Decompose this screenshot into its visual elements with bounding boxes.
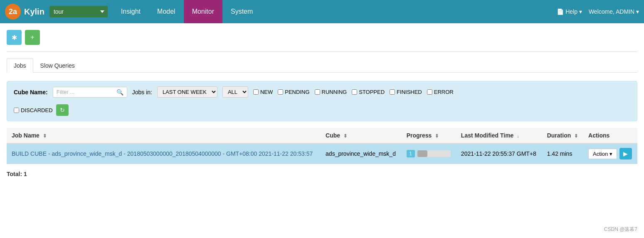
col-cube[interactable]: Cube ⇕ [321, 128, 402, 143]
checkbox-pending[interactable]: PENDING [278, 89, 309, 95]
brand-name: Kylin [24, 7, 44, 17]
sort-progress-icon: ⇕ [435, 133, 439, 138]
jobs-in-select[interactable]: LAST ONE WEEK [157, 86, 217, 98]
table-row: BUILD CUBE - ads_province_wide_msk_d - 2… [7, 143, 637, 164]
nav-model[interactable]: Model [149, 0, 184, 23]
tabs: Jobs Slow Queries [7, 59, 637, 73]
progress-bar-fill [417, 150, 427, 157]
sort-job-name-icon: ⇕ [43, 133, 47, 138]
col-last-modified[interactable]: Last Modified Time ↓ [456, 128, 542, 143]
add-icon: + [30, 34, 34, 41]
checkbox-running[interactable]: RUNNING [315, 89, 347, 95]
project-selector[interactable]: tour [49, 6, 108, 17]
watermark: CSDN @落幕7 [604, 226, 637, 233]
checkbox-error[interactable]: ERROR [427, 89, 454, 95]
jobs-in-label: Jobs in: [132, 89, 152, 96]
cube-filter-wrap: 🔍 [53, 87, 127, 98]
action-dropdown-button[interactable]: Action ▾ [588, 149, 617, 159]
col-progress[interactable]: Progress ⇕ [402, 128, 456, 143]
navbar-right: 📄 Help ▾ Welcome, ADMIN ▾ [557, 8, 639, 15]
share-button[interactable]: ✱ [7, 30, 22, 45]
checkbox-group: NEW PENDING RUNNING STOPPED FINISHED ERR… [253, 89, 454, 95]
add-button[interactable]: + [25, 30, 40, 45]
jobs-table: Job Name ⇕ Cube ⇕ Progress ⇕ Last Modifi… [7, 128, 637, 164]
cube-filter-input[interactable] [57, 89, 115, 95]
checkbox-stopped[interactable]: STOPPED [352, 89, 385, 95]
job-name-cell: BUILD CUBE - ads_province_wide_msk_d - 2… [7, 143, 321, 164]
help-button[interactable]: 📄 Help ▾ [557, 8, 582, 15]
actions-cell: Action ▾ ▶ [583, 143, 637, 164]
tab-slow-queries[interactable]: Slow Queries [33, 59, 82, 72]
progress-cell: 1 [402, 143, 456, 164]
col-duration[interactable]: Duration ⇕ [542, 128, 583, 143]
content-area: ✱ + Jobs Slow Queries Cube Name: 🔍 Jobs … [0, 23, 644, 238]
progress-bar [417, 150, 451, 157]
search-icon[interactable]: 🔍 [116, 89, 123, 96]
refresh-button[interactable]: ↻ [56, 104, 69, 116]
checkbox-discarded[interactable]: DISCARDED [14, 107, 53, 113]
share-icon: ✱ [12, 34, 17, 42]
divider [7, 52, 637, 52]
nav-system[interactable]: System [222, 0, 261, 23]
nav-links: Insight Model Monitor System [113, 0, 261, 23]
play-icon: ▶ [623, 150, 628, 157]
play-button[interactable]: ▶ [619, 148, 632, 159]
user-menu-button[interactable]: Welcome, ADMIN ▾ [589, 8, 639, 15]
sort-cube-icon: ⇕ [343, 133, 347, 138]
col-actions: Actions [583, 128, 637, 143]
sort-last-modified-icon: ↓ [517, 133, 519, 138]
nav-insight[interactable]: Insight [113, 0, 149, 23]
brand-icon: 2a [5, 4, 21, 20]
col-job-name[interactable]: Job Name ⇕ [7, 128, 321, 143]
brand: 2a Kylin [5, 4, 44, 20]
progress-number: 1 [407, 150, 415, 157]
toolbar: ✱ + [7, 30, 637, 45]
duration-cell: 1.42 mins [542, 143, 583, 164]
navbar: 2a Kylin tour Insight Model Monitor Syst… [0, 0, 644, 23]
cube-cell: ads_province_wide_msk_d [321, 143, 402, 164]
total-label: Total: 1 [7, 171, 637, 177]
checkbox-new[interactable]: NEW [253, 89, 273, 95]
nav-monitor[interactable]: Monitor [184, 0, 222, 23]
filter2-select[interactable]: ALL [222, 86, 248, 98]
sort-duration-icon: ⇕ [574, 133, 578, 138]
cube-name-label: Cube Name: [14, 89, 48, 96]
tab-jobs[interactable]: Jobs [7, 59, 33, 73]
filter-bar: Cube Name: 🔍 Jobs in: LAST ONE WEEK ALL … [7, 81, 637, 121]
last-modified-cell: 2021-11-22 20:55:37 GMT+8 [456, 143, 542, 164]
refresh-icon: ↻ [60, 107, 65, 113]
checkbox-finished[interactable]: FINISHED [390, 89, 422, 95]
